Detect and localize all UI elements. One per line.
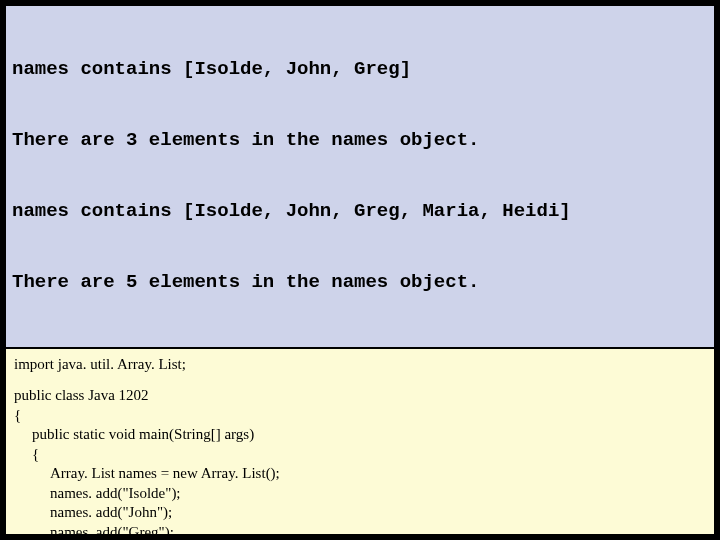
- output-line: There are 3 elements in the names object…: [12, 129, 708, 153]
- blank-line: [14, 374, 706, 386]
- code-line: names. add("John");: [14, 503, 706, 523]
- code-line: Array. List names = new Array. List();: [14, 464, 706, 484]
- output-line: names contains [Isolde, John, Greg, Mari…: [12, 200, 708, 224]
- source-code-panel: import java. util. Array. List; public c…: [4, 349, 716, 537]
- code-brace: {: [14, 445, 706, 465]
- code-brace: {: [14, 406, 706, 426]
- output-line: names contains [Isolde, John, Greg]: [12, 58, 708, 82]
- code-main-decl: public static void main(String[] args): [14, 425, 706, 445]
- code-class-decl: public class Java 1202: [14, 386, 706, 406]
- slide-container: names contains [Isolde, John, Greg] Ther…: [0, 0, 720, 540]
- code-line: names. add("Isolde");: [14, 484, 706, 504]
- output-line: There are 5 elements in the names object…: [12, 271, 708, 295]
- program-output-panel: names contains [Isolde, John, Greg] Ther…: [4, 4, 716, 349]
- code-import: import java. util. Array. List;: [14, 355, 706, 375]
- code-line: names. add("Greg");: [14, 523, 706, 537]
